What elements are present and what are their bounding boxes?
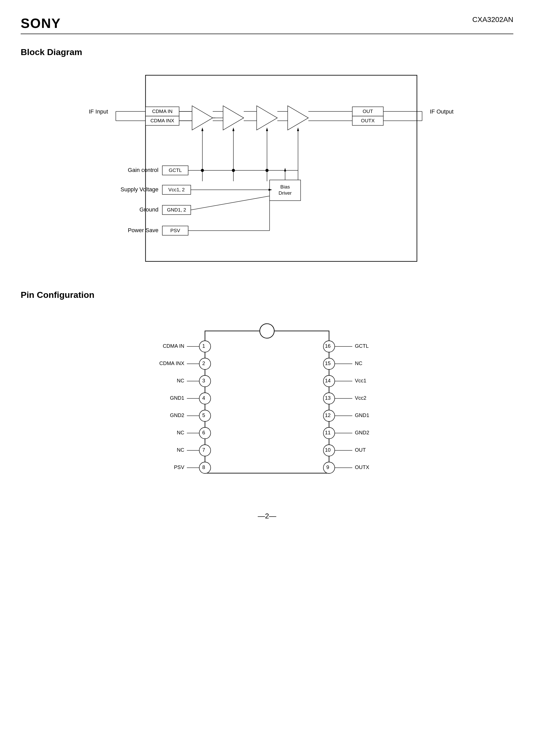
block-diagram-svg: IF Input IF Output CDMA IN CDMA INX OUT: [60, 68, 474, 269]
pin8-num: 8: [202, 464, 205, 470]
gain-control-label: Gain control: [128, 167, 158, 173]
pin-config-section: Pin Configuration 1 CDMA IN 2 CDMA INX: [21, 290, 513, 491]
pin3-label: NC: [177, 378, 184, 383]
pin8-label: PSV: [174, 464, 185, 470]
outx-box-label: OUTX: [361, 118, 375, 123]
pin12-num: 12: [325, 412, 331, 418]
svg-point-46: [260, 324, 274, 338]
if-output-label: IF Output: [430, 108, 454, 115]
pin10-label: OUT: [355, 447, 366, 453]
arrow-up3: [266, 127, 268, 131]
pin12-label: GND1: [355, 412, 369, 418]
pin-diagram-svg: 1 CDMA IN 2 CDMA INX 3 NC 4 GND1: [125, 310, 409, 491]
pin14-label: Vcc1: [355, 378, 366, 383]
pin6-num: 6: [202, 430, 205, 435]
header: SONY CXA3202AN: [21, 15, 513, 34]
arrow-bias-up: [284, 168, 286, 172]
bias-driver-label2: Driver: [279, 190, 292, 196]
pin16-num: 16: [325, 343, 331, 349]
part-number: CXA3202AN: [472, 15, 513, 24]
svg-marker-13: [257, 106, 277, 130]
dot2: [232, 169, 235, 172]
pin15-num: 15: [325, 361, 331, 366]
out-box-label: OUT: [362, 109, 373, 114]
pin3-num: 3: [202, 378, 205, 383]
pin7-label: NC: [177, 447, 184, 453]
supply-voltage-label: Supply Voltage: [120, 186, 158, 193]
pin13-num: 13: [325, 395, 331, 401]
pin15-label: NC: [355, 361, 362, 366]
dot1: [201, 169, 204, 172]
gnd12-box-label: GND1, 2: [167, 207, 186, 212]
pin4-label: GND1: [170, 395, 184, 401]
ground-label: Ground: [140, 206, 158, 213]
psv-box-label: PSV: [170, 228, 180, 233]
pin-config-title: Pin Configuration: [21, 290, 94, 300]
svg-marker-12: [223, 106, 244, 130]
pin16-label: GCTL: [355, 343, 369, 349]
pin1-num: 1: [202, 343, 205, 349]
block-diagram-title: Block Diagram: [21, 47, 82, 57]
arrow-up2: [232, 127, 234, 131]
if-input-label: IF Input: [89, 108, 108, 115]
page-number: —2—: [21, 512, 513, 520]
page: SONY CXA3202AN Block Diagram IF Input IF…: [0, 0, 534, 756]
svg-marker-14: [288, 106, 308, 130]
vcc12-box-label: Vcc1, 2: [168, 187, 185, 192]
bias-driver-label1: Bias: [280, 184, 290, 190]
power-save-label: Power Save: [128, 227, 158, 233]
sony-logo: SONY: [21, 15, 61, 31]
block-diagram-section: Block Diagram IF Input IF Output CDMA IN…: [21, 47, 513, 269]
gctl-box-label: GCTL: [169, 168, 182, 173]
cdma-inx-box-label: CDMA INX: [150, 118, 174, 123]
pin-diagram-container: 1 CDMA IN 2 CDMA INX 3 NC 4 GND1: [21, 310, 513, 491]
dot3: [265, 169, 269, 172]
svg-marker-11: [192, 106, 213, 130]
pin11-num: 11: [325, 430, 331, 435]
pin11-label: GND2: [355, 430, 369, 435]
pin9-label: OUTX: [355, 464, 369, 470]
pin5-label: GND2: [170, 412, 184, 418]
pin14-num: 14: [325, 378, 331, 383]
block-diagram-container: IF Input IF Output CDMA IN CDMA INX OUT: [21, 68, 513, 269]
pin9-num: 9: [326, 464, 329, 470]
arrow-up4: [297, 127, 299, 131]
pin6-label: NC: [177, 430, 184, 435]
pin10-num: 10: [325, 447, 331, 453]
pin13-label: Vcc2: [355, 395, 366, 401]
pin2-num: 2: [202, 361, 205, 366]
cdma-in-box-label: CDMA IN: [152, 109, 173, 114]
svg-rect-45: [205, 331, 329, 473]
pin7-num: 7: [202, 447, 205, 453]
pin4-num: 4: [202, 395, 205, 401]
pin2-label: CDMA INX: [159, 361, 184, 366]
pin5-num: 5: [202, 412, 205, 418]
arrow-up1: [201, 127, 203, 131]
pin1-label: CDMA IN: [163, 343, 184, 349]
svg-line-40: [191, 196, 270, 210]
